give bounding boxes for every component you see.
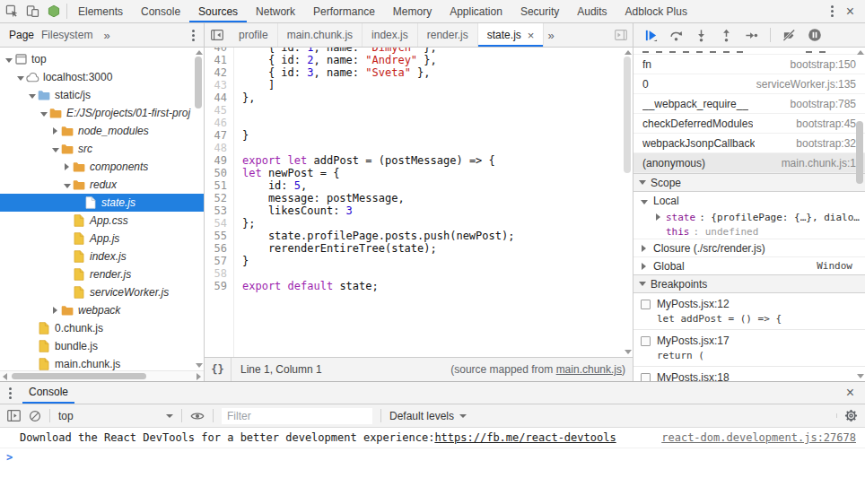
editor-tab-main.chunk.js[interactable]: main.chunk.js <box>278 23 363 47</box>
step-out-icon[interactable] <box>720 29 733 42</box>
line-number[interactable]: 59 <box>205 280 233 292</box>
line-number[interactable]: 51 <box>205 179 233 192</box>
drawer-menu-icon[interactable] <box>4 384 17 403</box>
line-number[interactable]: 50 <box>205 167 233 179</box>
code-line[interactable]: { id: 1, name: "Dimych" }, <box>234 48 633 54</box>
expand-arrow-icon[interactable] <box>50 143 60 155</box>
line-number[interactable]: 53 <box>205 204 233 217</box>
code-line[interactable]: export let addPost = (postMessage) => { <box>234 154 633 167</box>
devtools-menu-icon[interactable] <box>826 2 839 21</box>
call-stack-frame[interactable]: fnbootstrap:150 <box>633 55 865 74</box>
breakpoint-checkbox[interactable] <box>641 300 651 309</box>
scope-section-header[interactable]: Scope <box>633 173 865 192</box>
sidebar-horizontal-scrollbar[interactable] <box>0 370 204 381</box>
code-line[interactable]: }, <box>234 91 633 104</box>
live-expression-eye-icon[interactable] <box>190 411 205 421</box>
line-number[interactable]: 52 <box>205 192 233 204</box>
debugger-vertical-scrollbar[interactable] <box>855 48 865 381</box>
line-number[interactable]: 42 <box>205 66 233 79</box>
code-line[interactable]: ] <box>234 79 633 91</box>
show-navigator-icon[interactable] <box>615 30 627 40</box>
collapse-arrow-icon[interactable] <box>62 161 72 173</box>
clear-console-icon[interactable] <box>29 410 41 422</box>
scope-local[interactable]: Local <box>633 192 865 210</box>
code-line[interactable]: { id: 3, name: "Sveta" }, <box>234 66 633 79</box>
tab-filesystem[interactable]: Filesystem <box>41 29 100 41</box>
code-line[interactable]: let newPost = { <box>234 167 633 179</box>
tree-item-e-js-projects-01-first-proj[interactable]: E:/JS/projects/01-first-proj <box>0 104 204 122</box>
code-line[interactable] <box>234 117 633 129</box>
step-over-icon[interactable] <box>669 29 683 42</box>
pretty-print-button[interactable]: {} <box>205 358 232 381</box>
main-tab-network[interactable]: Network <box>247 0 304 22</box>
scope-variable[interactable]: state: {profilePage: {…}, dialo… <box>633 210 865 224</box>
code-line[interactable]: }; <box>234 217 633 230</box>
line-number[interactable]: 58 <box>205 267 233 280</box>
line-number[interactable]: 56 <box>205 242 233 255</box>
tree-item-components[interactable]: components <box>0 158 204 176</box>
breakpoint-checkbox[interactable] <box>641 373 651 382</box>
console-prompt[interactable]: > <box>0 448 865 466</box>
console-filter-input[interactable] <box>222 408 372 424</box>
code-lines[interactable]: { id: 1, name: "Dimych" }, { id: 2, name… <box>234 48 633 357</box>
tree-item-index.js[interactable]: index.js <box>0 248 204 265</box>
line-number[interactable]: 55 <box>205 230 233 242</box>
sidebar-vertical-scrollbar[interactable] <box>194 48 204 370</box>
expand-arrow-icon[interactable] <box>15 71 25 83</box>
main-tab-elements[interactable]: Elements <box>69 0 132 22</box>
code-line[interactable]: likesCount: 3 <box>234 204 633 217</box>
source-map-link[interactable]: main.chunk.js <box>556 363 622 376</box>
line-number[interactable]: 49 <box>205 154 233 167</box>
editor-vertical-scrollbar[interactable] <box>623 48 633 357</box>
main-tab-adblock-plus[interactable]: Adblock Plus <box>616 0 696 22</box>
expand-arrow-icon[interactable] <box>639 195 649 207</box>
tree-item-bundle.js[interactable]: bundle.js <box>0 337 204 355</box>
line-number[interactable]: 47 <box>205 129 233 142</box>
expand-arrow-icon[interactable] <box>27 89 37 101</box>
tree-item-src[interactable]: src <box>0 140 204 158</box>
tree-item-0.chunk.js[interactable]: 0.chunk.js <box>0 319 204 337</box>
expand-arrow-icon[interactable] <box>39 107 48 119</box>
breakpoint-entry[interactable]: MyPosts.jsx:18 <box>633 367 865 381</box>
scope-closure[interactable]: Closure (./src/render.js) <box>633 239 865 256</box>
breakpoints-section-header[interactable]: Breakpoints <box>633 274 865 293</box>
code-line[interactable]: state.profilePage.posts.push(newPost); <box>234 230 633 242</box>
deactivate-breakpoints-icon[interactable] <box>782 29 796 42</box>
expand-arrow-icon[interactable] <box>4 53 13 65</box>
collapse-arrow-icon[interactable] <box>639 242 649 255</box>
code-line[interactable]: export default state; <box>234 280 633 292</box>
main-tab-performance[interactable]: Performance <box>304 0 384 22</box>
collapse-arrow-icon[interactable] <box>653 211 662 223</box>
breakpoint-entry[interactable]: MyPosts.jsx:17return ( <box>633 330 865 367</box>
main-tab-memory[interactable]: Memory <box>384 0 441 22</box>
editor-tab-index.js[interactable]: index.js <box>363 23 418 47</box>
call-stack-frame[interactable]: (anonymous)main.chunk.js:1 <box>633 153 865 173</box>
tab-console-drawer[interactable]: Console <box>22 382 74 404</box>
code-line[interactable]: } <box>234 255 633 267</box>
tree-item-app.js[interactable]: App.js <box>0 230 204 248</box>
editor-tab-state.js[interactable]: state.js× <box>478 23 545 47</box>
tree-item-top[interactable]: top <box>0 50 204 68</box>
scope-global[interactable]: GlobalWindow <box>633 256 865 274</box>
more-editor-tabs-chevron-icon[interactable]: » <box>544 29 557 42</box>
more-tabs-chevron-icon[interactable]: » <box>100 29 113 42</box>
code-line[interactable]: id: 5, <box>234 179 633 192</box>
console-message-link[interactable]: https://fb.me/react-devtools <box>434 431 616 444</box>
line-number[interactable]: 48 <box>205 142 233 154</box>
hide-navigator-icon[interactable] <box>205 23 230 47</box>
step-into-icon[interactable] <box>695 29 708 42</box>
inspect-icon[interactable] <box>5 4 19 18</box>
main-tab-application[interactable]: Application <box>441 0 511 22</box>
drawer-close-icon[interactable]: × <box>843 386 858 400</box>
tree-item-render.js[interactable]: render.js <box>0 265 204 283</box>
breakpoint-checkbox[interactable] <box>641 336 651 346</box>
collapse-arrow-icon[interactable] <box>639 260 649 273</box>
main-tab-audits[interactable]: Audits <box>568 0 616 22</box>
line-number-gutter[interactable]: 4041424344454647484950515253545556575859 <box>205 48 234 357</box>
code-line[interactable] <box>234 142 633 154</box>
extension-icon[interactable] <box>47 4 61 19</box>
resume-script-icon[interactable] <box>644 29 658 42</box>
code-line[interactable] <box>234 267 633 280</box>
pause-on-exceptions-icon[interactable] <box>808 28 822 42</box>
line-number[interactable]: 45 <box>205 104 233 117</box>
